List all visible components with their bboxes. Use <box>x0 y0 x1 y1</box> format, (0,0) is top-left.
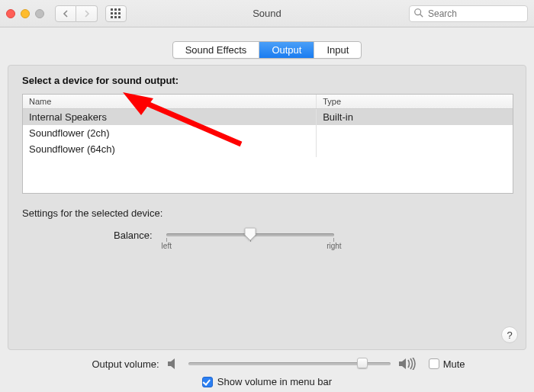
help-button[interactable]: ? <box>501 326 518 343</box>
nav-buttons <box>55 5 98 22</box>
settings-for-device-label: Settings for the selected device: <box>22 207 513 219</box>
speaker-low-icon <box>167 358 181 370</box>
device-name: Soundflower (64ch) <box>23 141 317 157</box>
window-controls <box>6 9 50 18</box>
minimize-window-button[interactable] <box>21 9 30 18</box>
device-table-header: Name Type <box>23 95 513 109</box>
device-type: Built-in <box>317 109 513 125</box>
tab-bar: Sound Effects Output Input <box>8 35 526 65</box>
select-device-heading: Select a device for sound output: <box>22 75 513 86</box>
toolbar: Sound <box>0 0 534 27</box>
svg-point-0 <box>415 8 421 14</box>
device-type <box>317 141 513 157</box>
balance-left-label: left <box>162 242 172 250</box>
col-header-name[interactable]: Name <box>23 95 317 108</box>
show-volume-menubar-row[interactable]: Show volume in menu bar <box>15 376 519 387</box>
col-header-type[interactable]: Type <box>317 95 513 108</box>
window-body: Sound Effects Output Input Select a devi… <box>0 27 534 392</box>
balance-label: Balance: <box>114 230 153 241</box>
zoom-window-button[interactable] <box>35 9 44 18</box>
show-volume-checkbox[interactable] <box>202 377 213 387</box>
search-icon <box>413 8 424 18</box>
output-volume-slider[interactable] <box>188 358 391 370</box>
svg-line-1 <box>420 14 423 17</box>
device-row[interactable]: Soundflower (2ch) <box>23 125 513 141</box>
device-type <box>317 125 513 141</box>
search-field-wrap <box>409 5 528 22</box>
show-volume-label: Show volume in menu bar <box>217 376 332 387</box>
tab-input[interactable]: Input <box>314 42 361 58</box>
back-button[interactable] <box>55 5 76 22</box>
mute-label: Mute <box>443 358 465 370</box>
balance-control: Balance: left right <box>22 230 513 252</box>
balance-slider[interactable]: left right <box>166 230 334 252</box>
bottom-section: Output volume: Mute <box>8 350 526 392</box>
apps-grid-icon <box>111 8 121 19</box>
sound-output-group: Select a device for sound output: Name T… <box>8 65 526 350</box>
device-table: Name Type Internal Speakers Built-in Sou… <box>22 94 513 194</box>
device-name: Internal Speakers <box>23 109 317 125</box>
output-volume-row: Output volume: Mute <box>15 358 519 370</box>
show-all-prefs-button[interactable] <box>105 5 127 22</box>
forward-button[interactable] <box>76 5 98 22</box>
speaker-high-icon <box>398 358 417 370</box>
mute-checkbox[interactable] <box>429 358 439 369</box>
output-volume-thumb[interactable] <box>357 358 368 368</box>
close-window-button[interactable] <box>6 9 15 18</box>
device-row[interactable]: Internal Speakers Built-in <box>23 109 513 125</box>
tab-sound-effects[interactable]: Sound Effects <box>173 42 259 58</box>
balance-right-label: right <box>327 242 341 250</box>
device-table-rows: Internal Speakers Built-in Soundflower (… <box>23 109 513 193</box>
balance-slider-thumb[interactable] <box>244 227 256 241</box>
search-input[interactable] <box>409 5 528 22</box>
device-name: Soundflower (2ch) <box>23 125 317 141</box>
mute-checkbox-wrap[interactable]: Mute <box>429 358 465 370</box>
tab-output[interactable]: Output <box>259 42 314 58</box>
output-volume-label: Output volume: <box>92 358 159 370</box>
device-row[interactable]: Soundflower (64ch) <box>23 141 513 157</box>
